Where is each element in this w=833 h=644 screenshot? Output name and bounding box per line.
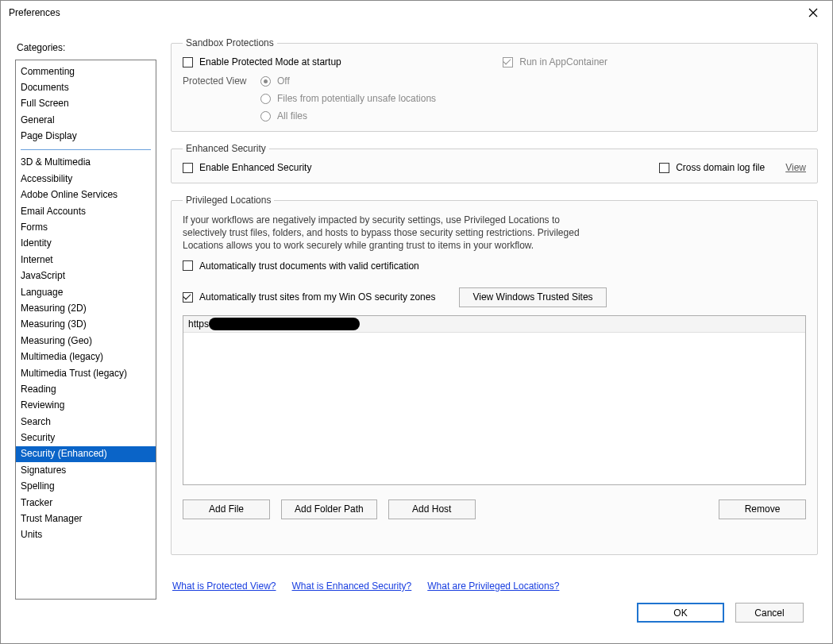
dialog-footer: OK Cancel — [171, 592, 818, 634]
checkbox-icon — [659, 163, 669, 173]
sidebar-item[interactable]: Measuring (Geo) — [16, 333, 156, 349]
auto-trust-cert-option[interactable]: Automatically trust documents with valid… — [183, 260, 806, 272]
sidebar-item[interactable]: Full Screen — [16, 96, 156, 112]
checkbox-icon — [503, 57, 513, 67]
cross-domain-log-label: Cross domain log file — [676, 162, 765, 173]
preferences-window: Preferences Categories: CommentingDocume… — [0, 0, 833, 644]
help-links: What is Protected View? What is Enhanced… — [172, 580, 818, 592]
close-icon — [808, 8, 818, 17]
enable-enhanced-security-label: Enable Enhanced Security — [199, 162, 311, 173]
sidebar-item[interactable]: Multimedia (legacy) — [16, 349, 156, 365]
protected-view-option-label: Files from potentially unsafe locations — [277, 93, 436, 104]
protected-view-option: Files from potentially unsafe locations — [260, 93, 436, 104]
protected-view-option-label: Off — [277, 75, 290, 87]
enable-protected-mode-label: Enable Protected Mode at startup — [199, 56, 341, 67]
sidebar-item[interactable]: Security (Enhanced) — [16, 446, 156, 462]
enhanced-security-group: Enhanced Security Enable Enhanced Securi… — [171, 143, 818, 183]
run-appcontainer-option: Run in AppContainer — [503, 56, 607, 67]
checkbox-icon — [183, 163, 193, 173]
sidebar-item[interactable]: Measuring (2D) — [16, 300, 156, 316]
protected-view-option: Off — [260, 75, 436, 87]
sidebar-item[interactable]: Email Accounts — [16, 203, 156, 219]
cancel-button[interactable]: Cancel — [735, 603, 804, 623]
titlebar: Preferences — [1, 1, 832, 25]
enable-protected-mode-option[interactable]: Enable Protected Mode at startup — [183, 56, 341, 67]
sidebar-item[interactable]: Accessibility — [16, 171, 156, 187]
sidebar-separator — [21, 149, 151, 150]
help-privileged-locations-link[interactable]: What are Privileged Locations? — [427, 580, 559, 592]
sidebar-item[interactable]: Commenting — [16, 64, 156, 79]
checkbox-icon — [183, 260, 193, 271]
sidebar-item[interactable]: 3D & Multimedia — [16, 155, 156, 171]
remove-button[interactable]: Remove — [719, 499, 806, 519]
auto-trust-cert-label: Automatically trust documents with valid… — [199, 260, 419, 272]
help-enhanced-security-link[interactable]: What is Enhanced Security? — [292, 580, 412, 592]
sidebar-item[interactable]: Tracker — [16, 495, 156, 511]
sidebar-item[interactable]: Identity — [16, 236, 156, 252]
sidebar-item[interactable]: General — [16, 112, 156, 128]
auto-trust-zones-option[interactable]: Automatically trust sites from my Win OS… — [183, 291, 435, 303]
add-folder-path-button[interactable]: Add Folder Path — [281, 499, 377, 519]
sidebar-item[interactable]: Documents — [16, 79, 156, 95]
enhanced-security-legend: Enhanced Security — [183, 143, 269, 154]
trusted-locations-list[interactable]: https — [183, 315, 806, 485]
privileged-buttons-row: Add File Add Folder Path Add Host Remove — [183, 499, 806, 519]
protected-view-row: Protected View OffFiles from potentially… — [183, 75, 806, 121]
trusted-host-prefix: https — [188, 318, 209, 330]
content-pane: Sandbox Protections Enable Protected Mod… — [171, 29, 818, 634]
sidebar-item[interactable]: Reviewing — [16, 398, 156, 414]
sidebar-item[interactable]: Spelling — [16, 479, 156, 495]
ok-button[interactable]: OK — [637, 603, 724, 623]
sidebar-item[interactable]: Forms — [16, 220, 156, 236]
categories-label: Categories: — [17, 42, 156, 53]
privileged-locations-group: Privileged Locations If your workflows a… — [171, 195, 818, 555]
protected-view-option: All files — [260, 110, 436, 121]
redacted-host — [209, 318, 360, 330]
add-host-button[interactable]: Add Host — [388, 499, 476, 519]
view-log-link[interactable]: View — [785, 162, 806, 173]
sidebar-item[interactable]: Multimedia Trust (legacy) — [16, 365, 156, 381]
sandbox-group: Sandbox Protections Enable Protected Mod… — [171, 37, 818, 132]
close-button[interactable] — [800, 3, 826, 22]
privileged-description: If your workflows are negatively impacte… — [183, 214, 596, 253]
sidebar-item[interactable]: JavaScript — [16, 268, 156, 284]
dialog-body: Categories: CommentingDocumentsFull Scre… — [1, 25, 832, 643]
protected-view-options: OffFiles from potentially unsafe locatio… — [260, 75, 436, 121]
sidebar-item[interactable]: Reading — [16, 381, 156, 397]
help-protected-view-link[interactable]: What is Protected View? — [172, 580, 276, 592]
add-file-button[interactable]: Add File — [183, 499, 270, 519]
sidebar-item[interactable]: Page Display — [16, 129, 156, 145]
radio-icon — [260, 76, 271, 87]
checkbox-icon — [183, 292, 193, 303]
sidebar-item[interactable]: Adobe Online Services — [16, 187, 156, 203]
sidebar-item[interactable]: Search — [16, 414, 156, 430]
window-title: Preferences — [9, 7, 60, 18]
sidebar: Categories: CommentingDocumentsFull Scre… — [15, 29, 156, 634]
enable-enhanced-security-option[interactable]: Enable Enhanced Security — [183, 162, 311, 173]
sidebar-item[interactable]: Security — [16, 430, 156, 446]
auto-trust-zones-label: Automatically trust sites from my Win OS… — [199, 291, 435, 303]
radio-icon — [260, 94, 271, 104]
protected-view-option-label: All files — [277, 110, 307, 121]
checkbox-icon — [183, 57, 193, 67]
sidebar-item[interactable]: Signatures — [16, 462, 156, 478]
radio-icon — [260, 111, 271, 121]
protected-view-label: Protected View — [183, 75, 249, 121]
trusted-location-row[interactable]: https — [183, 316, 805, 333]
view-windows-trusted-sites-button[interactable]: View Windows Trusted Sites — [459, 287, 606, 307]
sandbox-legend: Sandbox Protections — [183, 37, 277, 48]
sidebar-item[interactable]: Units — [16, 527, 156, 543]
sidebar-item[interactable]: Internet — [16, 252, 156, 268]
cross-domain-log-option[interactable]: Cross domain log file — [659, 162, 765, 173]
sidebar-item[interactable]: Trust Manager — [16, 511, 156, 527]
sidebar-item[interactable]: Language — [16, 284, 156, 300]
categories-list[interactable]: CommentingDocumentsFull ScreenGeneralPag… — [15, 60, 156, 600]
privileged-locations-legend: Privileged Locations — [183, 195, 274, 206]
run-appcontainer-label: Run in AppContainer — [519, 56, 607, 67]
sidebar-item[interactable]: Measuring (3D) — [16, 317, 156, 333]
